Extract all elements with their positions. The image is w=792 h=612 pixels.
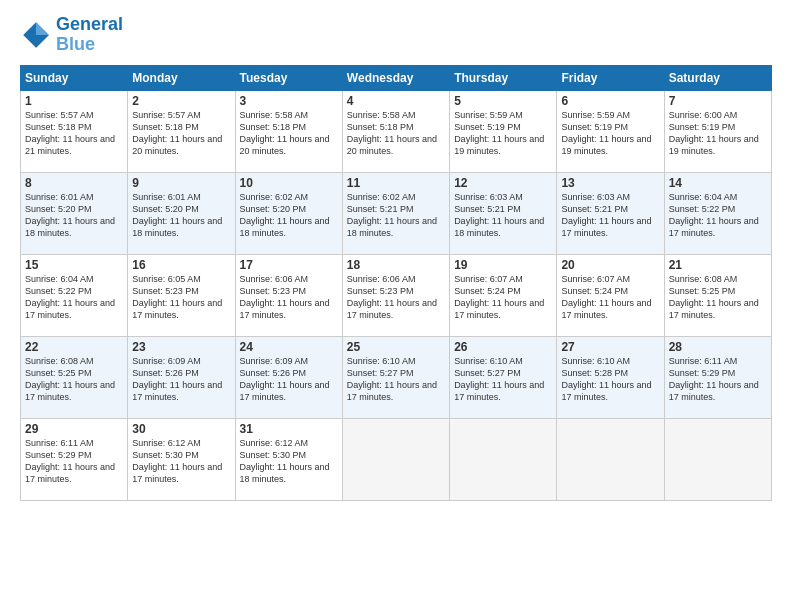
day-info: Sunrise: 6:06 AM Sunset: 5:23 PM Dayligh…	[347, 273, 445, 322]
day-info: Sunrise: 6:01 AM Sunset: 5:20 PM Dayligh…	[25, 191, 123, 240]
day-info: Sunrise: 6:09 AM Sunset: 5:26 PM Dayligh…	[132, 355, 230, 404]
day-info: Sunrise: 5:57 AM Sunset: 5:18 PM Dayligh…	[25, 109, 123, 158]
calendar-cell: 29Sunrise: 6:11 AM Sunset: 5:29 PM Dayli…	[21, 418, 128, 500]
logo: General Blue	[20, 15, 123, 55]
day-number: 9	[132, 176, 230, 190]
logo-icon	[20, 19, 52, 51]
calendar-cell: 14Sunrise: 6:04 AM Sunset: 5:22 PM Dayli…	[664, 172, 771, 254]
day-number: 5	[454, 94, 552, 108]
calendar-cell: 31Sunrise: 6:12 AM Sunset: 5:30 PM Dayli…	[235, 418, 342, 500]
calendar-cell: 12Sunrise: 6:03 AM Sunset: 5:21 PM Dayli…	[450, 172, 557, 254]
day-number: 11	[347, 176, 445, 190]
day-info: Sunrise: 6:02 AM Sunset: 5:21 PM Dayligh…	[347, 191, 445, 240]
day-info: Sunrise: 6:08 AM Sunset: 5:25 PM Dayligh…	[669, 273, 767, 322]
svg-marker-2	[36, 35, 49, 48]
day-info: Sunrise: 5:58 AM Sunset: 5:18 PM Dayligh…	[240, 109, 338, 158]
calendar-cell: 20Sunrise: 6:07 AM Sunset: 5:24 PM Dayli…	[557, 254, 664, 336]
day-number: 23	[132, 340, 230, 354]
calendar-cell: 3Sunrise: 5:58 AM Sunset: 5:18 PM Daylig…	[235, 90, 342, 172]
day-number: 2	[132, 94, 230, 108]
day-number: 25	[347, 340, 445, 354]
calendar-cell	[557, 418, 664, 500]
calendar-cell: 11Sunrise: 6:02 AM Sunset: 5:21 PM Dayli…	[342, 172, 449, 254]
calendar-cell: 28Sunrise: 6:11 AM Sunset: 5:29 PM Dayli…	[664, 336, 771, 418]
day-number: 27	[561, 340, 659, 354]
day-number: 30	[132, 422, 230, 436]
day-number: 8	[25, 176, 123, 190]
calendar-cell: 2Sunrise: 5:57 AM Sunset: 5:18 PM Daylig…	[128, 90, 235, 172]
day-info: Sunrise: 5:58 AM Sunset: 5:18 PM Dayligh…	[347, 109, 445, 158]
calendar-cell: 23Sunrise: 6:09 AM Sunset: 5:26 PM Dayli…	[128, 336, 235, 418]
day-number: 22	[25, 340, 123, 354]
day-number: 4	[347, 94, 445, 108]
day-info: Sunrise: 6:09 AM Sunset: 5:26 PM Dayligh…	[240, 355, 338, 404]
calendar-cell: 8Sunrise: 6:01 AM Sunset: 5:20 PM Daylig…	[21, 172, 128, 254]
day-info: Sunrise: 5:59 AM Sunset: 5:19 PM Dayligh…	[454, 109, 552, 158]
day-info: Sunrise: 6:12 AM Sunset: 5:30 PM Dayligh…	[132, 437, 230, 486]
calendar-cell: 24Sunrise: 6:09 AM Sunset: 5:26 PM Dayli…	[235, 336, 342, 418]
day-number: 26	[454, 340, 552, 354]
calendar-cell: 13Sunrise: 6:03 AM Sunset: 5:21 PM Dayli…	[557, 172, 664, 254]
calendar-cell: 10Sunrise: 6:02 AM Sunset: 5:20 PM Dayli…	[235, 172, 342, 254]
calendar-cell: 16Sunrise: 6:05 AM Sunset: 5:23 PM Dayli…	[128, 254, 235, 336]
day-info: Sunrise: 6:07 AM Sunset: 5:24 PM Dayligh…	[561, 273, 659, 322]
day-number: 15	[25, 258, 123, 272]
day-info: Sunrise: 6:10 AM Sunset: 5:28 PM Dayligh…	[561, 355, 659, 404]
day-info: Sunrise: 6:00 AM Sunset: 5:19 PM Dayligh…	[669, 109, 767, 158]
calendar-cell	[342, 418, 449, 500]
day-number: 16	[132, 258, 230, 272]
day-number: 20	[561, 258, 659, 272]
week-row-1: 1Sunrise: 5:57 AM Sunset: 5:18 PM Daylig…	[21, 90, 772, 172]
col-header-wednesday: Wednesday	[342, 65, 449, 90]
day-number: 7	[669, 94, 767, 108]
day-info: Sunrise: 6:08 AM Sunset: 5:25 PM Dayligh…	[25, 355, 123, 404]
week-row-3: 15Sunrise: 6:04 AM Sunset: 5:22 PM Dayli…	[21, 254, 772, 336]
col-header-friday: Friday	[557, 65, 664, 90]
day-number: 6	[561, 94, 659, 108]
day-number: 12	[454, 176, 552, 190]
day-number: 18	[347, 258, 445, 272]
day-info: Sunrise: 6:07 AM Sunset: 5:24 PM Dayligh…	[454, 273, 552, 322]
day-number: 28	[669, 340, 767, 354]
day-number: 31	[240, 422, 338, 436]
calendar-cell: 7Sunrise: 6:00 AM Sunset: 5:19 PM Daylig…	[664, 90, 771, 172]
day-info: Sunrise: 6:10 AM Sunset: 5:27 PM Dayligh…	[347, 355, 445, 404]
page: General Blue SundayMondayTuesdayWednesda…	[0, 0, 792, 612]
day-number: 10	[240, 176, 338, 190]
day-number: 14	[669, 176, 767, 190]
col-header-monday: Monday	[128, 65, 235, 90]
header: General Blue	[20, 15, 772, 55]
calendar-cell: 30Sunrise: 6:12 AM Sunset: 5:30 PM Dayli…	[128, 418, 235, 500]
day-number: 29	[25, 422, 123, 436]
week-row-4: 22Sunrise: 6:08 AM Sunset: 5:25 PM Dayli…	[21, 336, 772, 418]
day-number: 24	[240, 340, 338, 354]
calendar-cell: 18Sunrise: 6:06 AM Sunset: 5:23 PM Dayli…	[342, 254, 449, 336]
day-info: Sunrise: 6:03 AM Sunset: 5:21 PM Dayligh…	[454, 191, 552, 240]
calendar-cell: 15Sunrise: 6:04 AM Sunset: 5:22 PM Dayli…	[21, 254, 128, 336]
day-number: 1	[25, 94, 123, 108]
calendar-cell: 26Sunrise: 6:10 AM Sunset: 5:27 PM Dayli…	[450, 336, 557, 418]
week-row-5: 29Sunrise: 6:11 AM Sunset: 5:29 PM Dayli…	[21, 418, 772, 500]
logo-text: General Blue	[56, 15, 123, 55]
day-number: 17	[240, 258, 338, 272]
day-info: Sunrise: 6:04 AM Sunset: 5:22 PM Dayligh…	[669, 191, 767, 240]
calendar-cell: 17Sunrise: 6:06 AM Sunset: 5:23 PM Dayli…	[235, 254, 342, 336]
calendar-cell: 1Sunrise: 5:57 AM Sunset: 5:18 PM Daylig…	[21, 90, 128, 172]
day-info: Sunrise: 6:10 AM Sunset: 5:27 PM Dayligh…	[454, 355, 552, 404]
day-info: Sunrise: 6:11 AM Sunset: 5:29 PM Dayligh…	[669, 355, 767, 404]
col-header-sunday: Sunday	[21, 65, 128, 90]
week-row-2: 8Sunrise: 6:01 AM Sunset: 5:20 PM Daylig…	[21, 172, 772, 254]
svg-marker-1	[36, 22, 49, 35]
day-info: Sunrise: 6:04 AM Sunset: 5:22 PM Dayligh…	[25, 273, 123, 322]
calendar-cell	[450, 418, 557, 500]
calendar-cell: 21Sunrise: 6:08 AM Sunset: 5:25 PM Dayli…	[664, 254, 771, 336]
day-info: Sunrise: 5:57 AM Sunset: 5:18 PM Dayligh…	[132, 109, 230, 158]
calendar-table: SundayMondayTuesdayWednesdayThursdayFrid…	[20, 65, 772, 501]
col-header-tuesday: Tuesday	[235, 65, 342, 90]
day-number: 13	[561, 176, 659, 190]
day-info: Sunrise: 6:11 AM Sunset: 5:29 PM Dayligh…	[25, 437, 123, 486]
day-info: Sunrise: 6:12 AM Sunset: 5:30 PM Dayligh…	[240, 437, 338, 486]
day-info: Sunrise: 6:03 AM Sunset: 5:21 PM Dayligh…	[561, 191, 659, 240]
calendar-cell: 5Sunrise: 5:59 AM Sunset: 5:19 PM Daylig…	[450, 90, 557, 172]
calendar-cell: 19Sunrise: 6:07 AM Sunset: 5:24 PM Dayli…	[450, 254, 557, 336]
